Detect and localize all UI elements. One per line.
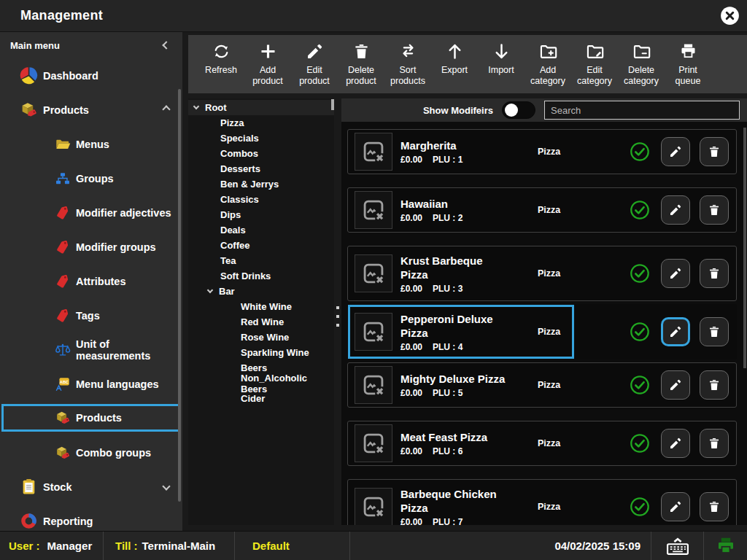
product-row-mighty-deluxe-pizza[interactable]: Mighty Deluxe Pizza £0.00 PLU : 5 Pizza xyxy=(347,362,737,408)
delete-product-button[interactable] xyxy=(700,317,729,346)
edit-product-button[interactable] xyxy=(661,195,690,225)
product-row-pepperoni-deluxe-pizza[interactable]: Pepperoni Deluxe Pizza £0.00 PLU : 4 Piz… xyxy=(347,304,737,359)
sidebar-item-stock[interactable]: Stock xyxy=(0,470,182,504)
tree-node-desserts[interactable]: Desserts xyxy=(188,161,334,176)
tree-node-root[interactable]: Root xyxy=(188,100,334,115)
search-input[interactable] xyxy=(544,101,740,120)
tree-node-sparkling-wine[interactable]: Sparkling Wine xyxy=(188,345,334,360)
sidebar-item-groups[interactable]: Groups xyxy=(0,161,182,195)
sidebar-item-label: Menus xyxy=(76,139,109,150)
active-check-icon xyxy=(628,198,651,222)
pencil-icon xyxy=(668,436,683,451)
edit-product-button[interactable] xyxy=(661,429,690,458)
keyboard-button[interactable] xyxy=(651,532,703,560)
delete-product-button[interactable] xyxy=(700,137,729,166)
product-row-main[interactable]: Meat Feast Pizza £0.00 PLU : 6 Pizza xyxy=(348,421,574,465)
product-row-margherita[interactable]: Margherita £0.00 PLU : 1 Pizza xyxy=(347,129,737,174)
product-info: Margherita £0.00 PLU : 1 xyxy=(400,139,538,165)
tree-node-dips[interactable]: Dips xyxy=(188,207,334,222)
add-category-button[interactable]: Add category xyxy=(527,42,569,87)
product-row-main[interactable]: Hawaiian £0.00 PLU : 2 Pizza xyxy=(348,188,574,232)
tree-node-soft-drinks[interactable]: Soft Drinks xyxy=(188,268,334,284)
tree-node-red-wine[interactable]: Red Wine xyxy=(188,314,334,330)
sidebar-item-unit-of-measurements[interactable]: Unit of measurements xyxy=(0,332,182,367)
sort-arrows-icon xyxy=(398,42,418,61)
edit-product-button[interactable] xyxy=(661,370,690,400)
tree-node-rose-wine[interactable]: Rose Wine xyxy=(188,330,334,345)
delete-product-button[interactable] xyxy=(700,259,729,288)
edit-product-button[interactable] xyxy=(661,259,690,288)
product-row-barbeque-chicken-pizza[interactable]: Barbeque Chicken Pizza £0.00 PLU : 7 Piz… xyxy=(347,479,737,525)
print-queue-button[interactable]: Print queue xyxy=(667,42,709,87)
sort-products-button[interactable]: Sort products xyxy=(387,42,429,87)
tree-node-white-wine[interactable]: White Wine xyxy=(188,299,334,314)
tree-node-deals[interactable]: Deals xyxy=(188,222,334,238)
sidebar-item-modifier-groups[interactable]: Modifier groups xyxy=(0,230,182,264)
tree-node-pizza[interactable]: Pizza xyxy=(188,115,334,131)
edit-product-button[interactable]: Edit product xyxy=(293,42,336,87)
toolbar-button-label: Print queue xyxy=(667,65,709,87)
delete-product-button[interactable] xyxy=(700,429,729,458)
tree-node-ben-jerrys[interactable]: Ben & Jerrys xyxy=(188,176,334,192)
printer-button[interactable] xyxy=(703,532,747,560)
trash-icon xyxy=(707,378,721,392)
tree-node-label: Classics xyxy=(220,194,259,205)
edit-category-button[interactable]: Edit category xyxy=(573,42,616,87)
product-list-scrollbar[interactable] xyxy=(743,128,746,368)
delete-product-button[interactable] xyxy=(700,195,729,225)
sidebar-item-combo-groups[interactable]: Combo groups xyxy=(0,435,182,470)
sidebar-item-products[interactable]: Products xyxy=(1,404,181,432)
product-row-main[interactable]: Pepperoni Deluxe Pizza £0.00 PLU : 4 Piz… xyxy=(348,305,574,359)
toolbar-button-label: Delete category xyxy=(620,65,662,87)
close-button[interactable] xyxy=(720,6,740,26)
product-row-krust-barbeque-pizza[interactable]: Krust Barbeque Pizza £0.00 PLU : 3 Pizza xyxy=(347,246,737,301)
sidebar-item-tags[interactable]: Tags xyxy=(0,298,182,332)
tree-node-coffee[interactable]: Coffee xyxy=(188,238,334,253)
product-meta: £0.00 PLU : 5 xyxy=(400,388,538,398)
sidebar-item-reporting[interactable]: Reporting xyxy=(0,504,182,531)
delete-product-button[interactable] xyxy=(700,370,729,400)
sidebar-item-products[interactable]: Products xyxy=(0,93,182,127)
delete-product-button[interactable] xyxy=(700,492,729,521)
splitter-grip-dot xyxy=(336,306,339,309)
tree-node-non-alcoholic-beers[interactable]: Non_Alcoholic Beers xyxy=(188,376,334,391)
sidebar-item-menu-languages[interactable]: Menu languages xyxy=(0,367,182,401)
delete-category-button[interactable]: Delete category xyxy=(620,42,662,87)
sidebar-scrollbar[interactable] xyxy=(178,89,181,502)
tree-node-classics[interactable]: Classics xyxy=(188,192,334,207)
edit-product-button[interactable] xyxy=(661,317,690,346)
import-button[interactable]: Import xyxy=(480,42,522,76)
product-image-placeholder xyxy=(355,424,392,462)
delete-product-button[interactable]: Delete product xyxy=(340,42,382,87)
refresh-button[interactable]: Refresh xyxy=(200,42,242,76)
tree-node-specials[interactable]: Specials xyxy=(188,131,334,146)
export-button[interactable]: Export xyxy=(433,42,476,76)
product-row-main[interactable]: Barbeque Chicken Pizza £0.00 PLU : 7 Piz… xyxy=(348,480,574,525)
product-row-main[interactable]: Krust Barbeque Pizza £0.00 PLU : 3 Pizza xyxy=(348,246,574,300)
sidebar-item-dashboard[interactable]: Dashboard xyxy=(0,58,182,93)
panel-splitter[interactable] xyxy=(334,98,341,525)
tag-icon xyxy=(55,205,71,221)
product-row-main[interactable]: Margherita £0.00 PLU : 1 Pizza xyxy=(348,130,574,174)
product-name: Margherita xyxy=(400,139,538,152)
edit-product-button[interactable] xyxy=(661,137,690,166)
toolbar-button-label: Refresh xyxy=(205,65,237,76)
product-row-hawaiian[interactable]: Hawaiian £0.00 PLU : 2 Pizza xyxy=(347,187,737,233)
chevron-left-icon[interactable] xyxy=(162,41,170,49)
pencil-icon xyxy=(668,324,683,339)
tree-node-bar[interactable]: Bar xyxy=(188,284,334,299)
add-product-button[interactable]: Add product xyxy=(247,42,289,87)
sidebar-item-attributes[interactable]: Attributes xyxy=(0,264,182,298)
close-icon xyxy=(720,6,740,26)
tree-node-tea[interactable]: Tea xyxy=(188,253,334,268)
product-name: Pepperoni Deluxe Pizza xyxy=(400,312,510,340)
edit-product-button[interactable] xyxy=(661,492,690,521)
datetime: 04/02/2025 15:09 xyxy=(554,532,651,560)
product-row-main[interactable]: Mighty Deluxe Pizza £0.00 PLU : 5 Pizza xyxy=(348,363,574,407)
product-info: Krust Barbeque Pizza £0.00 PLU : 3 xyxy=(400,254,538,294)
show-modifiers-toggle[interactable] xyxy=(502,101,535,119)
sidebar-item-menus[interactable]: Menus xyxy=(0,127,182,161)
tree-node-combos[interactable]: Combos xyxy=(188,146,334,161)
product-row-meat-feast-pizza[interactable]: Meat Feast Pizza £0.00 PLU : 6 Pizza xyxy=(347,421,737,466)
sidebar-item-modifier-adjectives[interactable]: Modifier adjectives xyxy=(0,195,182,230)
